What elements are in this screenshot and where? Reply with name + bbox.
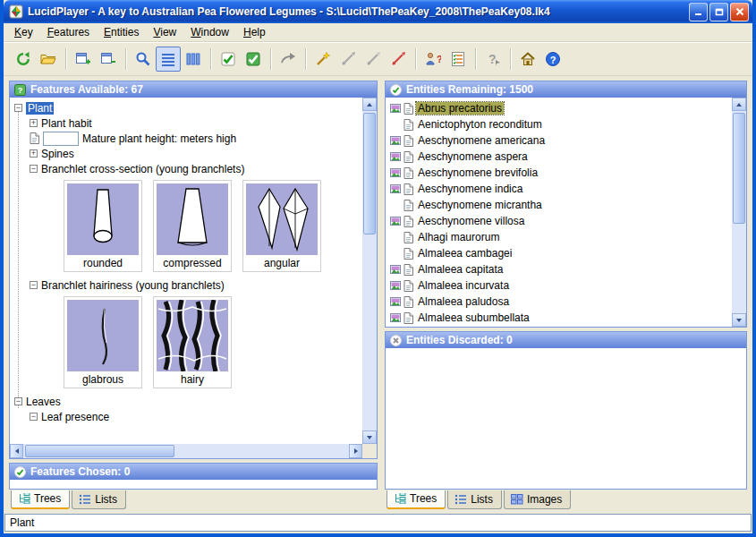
feature-node-plant-height[interactable]: Mature plant height: meters high [12,131,362,146]
why-discarded-icon[interactable]: ? [420,47,446,72]
scroll-down-button[interactable] [362,430,377,444]
left-tab-lists[interactable]: Lists [72,490,126,509]
menu-window[interactable]: Window [183,24,236,40]
features-chosen-icon [14,466,26,478]
scrollbar-thumb[interactable] [25,445,174,457]
page-icon [403,167,413,179]
scroll-down-button[interactable] [732,313,746,327]
scroll-right-button[interactable] [349,444,362,458]
open-key-icon[interactable] [36,47,61,72]
scrollbar-thumb[interactable] [733,113,745,224]
state-thumbnail-hairy[interactable]: hairy [153,296,232,388]
features-horizontal-scrollbar[interactable] [10,444,362,458]
feature-node-cross-section[interactable]: Branchlet cross-section (young branchlet… [12,161,362,176]
state-thumbnail-glabrous[interactable]: glabrous [64,296,142,388]
angular-illustration [246,183,318,255]
entity-row[interactable]: Alhagi maurorum [386,229,732,245]
entity-row[interactable]: Aeschynomene brevifolia [386,165,732,181]
help-icon[interactable]: ? [540,47,565,72]
menu-features[interactable]: Features [40,24,97,40]
scroll-up-button[interactable] [732,98,746,111]
image-indicator-icon [390,135,401,146]
collapse-all-icon[interactable] [96,47,121,72]
expander-minus-icon[interactable] [14,397,22,405]
discard-entities-icon[interactable] [386,47,411,72]
svg-text:?: ? [18,86,23,95]
scroll-left-button[interactable] [10,444,23,458]
entity-name: Aeschynomene americana [416,134,547,147]
entity-row[interactable]: Almaleea subumbellata [386,310,732,326]
feature-node-leaves[interactable]: Leaves [12,394,362,409]
restart-key-icon[interactable] [11,47,36,72]
subsets-icon[interactable] [446,47,471,72]
entities-vertical-scrollbar[interactable] [732,98,746,327]
menu-help[interactable]: Help [236,24,273,40]
list-view-icon[interactable] [156,47,181,72]
right-tab-images[interactable]: Images [504,490,571,509]
keep-entities-icon[interactable] [361,47,386,72]
matrix-view-icon[interactable] [181,47,206,72]
home-icon[interactable] [515,47,540,72]
page-icon [403,119,413,131]
entity-row[interactable]: Almaleea capitata [386,261,732,277]
expander-minus-icon[interactable] [30,165,38,173]
features-chosen-title: Features Chosen: 0 [30,465,130,478]
entity-row[interactable]: Almaleea incurvata [386,277,732,294]
prune-features-icon[interactable] [336,47,361,72]
entity-row[interactable]: Aeschynomene micrantha [386,197,732,213]
right-tab-trees[interactable]: Trees [386,490,446,509]
entity-row[interactable]: Almaleea cambagei [386,245,732,261]
left-tab-trees[interactable]: Trees [11,490,70,509]
entity-name: Alhagi maurorum [416,231,501,243]
find-feature-icon[interactable] [131,47,156,72]
expander-minus-icon[interactable] [14,104,22,112]
expander-plus-icon[interactable] [30,149,38,158]
features-vertical-scrollbar[interactable] [362,98,377,444]
scrollbar-thumb[interactable] [363,113,376,234]
close-button[interactable] [730,3,749,21]
entity-row[interactable]: Aeschynomene villosa [386,213,732,229]
hairiness-states: glabrous hairy [12,293,362,394]
scroll-up-button[interactable] [362,98,377,111]
entity-name: Almaleea capitata [416,263,505,276]
entity-row[interactable]: Aeschynomene aspera [386,149,732,165]
expand-all-icon[interactable] [71,47,96,72]
trees-icon [394,493,406,504]
entity-row[interactable]: Aenictophyton reconditum [386,116,732,132]
expander-minus-icon[interactable] [30,413,38,421]
feature-node-leaf-presence[interactable]: Leaf presence [12,409,362,424]
menu-key[interactable]: Key [7,24,40,40]
entity-name: Almaleea subumbellata [416,311,531,324]
next-best-feature-icon[interactable] [241,47,266,72]
minimize-button[interactable] [689,3,708,21]
entity-row[interactable]: Aeschynomene americana [386,132,732,149]
page-icon [403,232,413,243]
state-thumbnail-compressed[interactable]: compressed [153,180,232,272]
state-thumbnail-angular[interactable]: angular [242,180,321,272]
magic-wand-icon[interactable] [310,47,336,72]
entity-row[interactable]: Almaleea paludosa [386,294,732,310]
plant-height-input[interactable] [43,132,79,146]
feature-node-spines[interactable]: Spines [12,146,362,161]
state-thumbnail-rounded[interactable]: rounded [64,180,142,272]
expander-minus-icon[interactable] [30,281,38,289]
context-help-icon[interactable]: ? [480,47,505,72]
lists-icon [79,494,91,505]
entity-row[interactable]: Abrus precatorius [386,100,732,116]
features-available-panel: ? Features Available: 67 Plant Plant hab… [9,81,378,459]
scrollbar-corner [362,444,377,458]
menu-view[interactable]: View [146,24,183,40]
trees-icon [18,493,30,504]
right-tab-lists[interactable]: Lists [447,490,502,509]
feature-node-hairiness[interactable]: Branchlet hairiness (young branchlets) [12,277,362,293]
shortcuts-icon[interactable] [276,47,301,72]
entity-row[interactable]: Aeschynomene indica [386,181,732,197]
best-feature-icon[interactable] [216,47,241,72]
feature-node-plant[interactable]: Plant [12,100,362,115]
feature-node-plant-habit[interactable]: Plant habit [12,115,362,131]
menu-entities[interactable]: Entities [97,24,146,40]
expander-plus-icon[interactable] [30,119,38,127]
page-icon [403,264,413,276]
svg-text:?: ? [437,54,441,64]
maximize-button[interactable] [709,3,728,21]
